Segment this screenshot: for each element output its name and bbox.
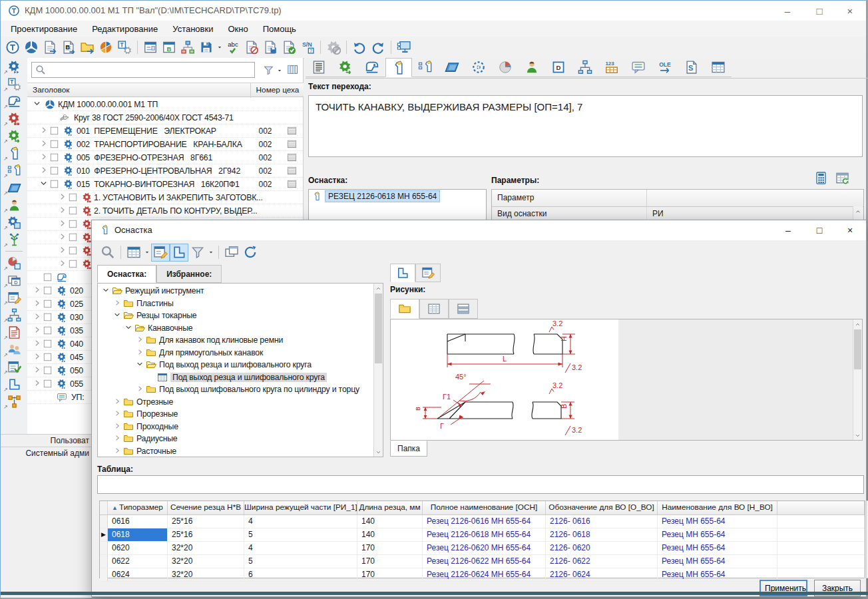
detail-tab-hierarchy[interactable] xyxy=(572,58,598,77)
row-checkbox[interactable] xyxy=(43,273,52,282)
row-checkbox[interactable] xyxy=(50,166,59,175)
dialog-maximize-button[interactable]: □ xyxy=(804,220,835,240)
scroll-up-icon[interactable] xyxy=(855,208,861,215)
chevron-right-icon[interactable] xyxy=(33,352,41,361)
table-filter-input[interactable] xyxy=(97,475,864,494)
t-logo-icon[interactable] xyxy=(3,39,22,56)
tree-row-3[interactable]: 002 ТРАНСПОРТИРОВАНИЕ КРАН-БАЛКА002 xyxy=(27,138,303,151)
refresh-icon[interactable] xyxy=(241,244,260,262)
detail-tab-machine[interactable] xyxy=(359,58,385,77)
picture-scrollbar[interactable] xyxy=(853,319,862,440)
catalog-row-11[interactable]: Проходные xyxy=(98,421,383,433)
tooling-item[interactable]: РЕЗЕЦ 2126-0618 МН 655-64 xyxy=(309,190,486,203)
chevron-right-icon[interactable] xyxy=(39,126,48,134)
chevron-right-icon[interactable] xyxy=(58,246,67,254)
detail-tab-person[interactable] xyxy=(519,58,545,77)
row-checkbox[interactable] xyxy=(69,193,77,202)
view-tab-form-edit[interactable] xyxy=(415,264,441,282)
sidebar-t-gear-icon[interactable]: ↗ xyxy=(1,75,27,93)
menu-item-2[interactable]: Установки xyxy=(165,24,220,34)
chevron-right-icon[interactable] xyxy=(58,219,67,228)
doc-check-icon[interactable] xyxy=(280,39,298,56)
detail-tab-num123[interactable]: 123 xyxy=(598,58,625,77)
catalog-row-0[interactable]: Режущий инструмент xyxy=(98,285,383,298)
table-column-1[interactable]: Сечение резца Н*В xyxy=(168,501,244,514)
chevron-right-icon[interactable] xyxy=(58,192,67,201)
chevron-right-icon[interactable] xyxy=(39,166,48,174)
sidebar-corner-icon[interactable]: ↗ xyxy=(1,375,27,393)
detail-tab-pie-chart[interactable] xyxy=(492,58,519,77)
row-checkbox[interactable] xyxy=(43,326,52,335)
sidebar-gear-green-icon[interactable]: ↗ xyxy=(1,127,27,144)
detail-tab-ole[interactable]: OLE xyxy=(652,58,678,77)
cascade-icon[interactable] xyxy=(222,244,241,262)
table-row-0616[interactable]: 061625*164140Резец 2126-0616 МН 655-6421… xyxy=(100,515,865,528)
chevron-right-icon[interactable] xyxy=(33,312,41,321)
catalog-row-6[interactable]: Под выход резца и шлифовального круга xyxy=(98,359,383,371)
table-column-3[interactable]: Длина резца, мм xyxy=(357,501,423,514)
row-checkbox[interactable] xyxy=(69,206,77,215)
detail-tab-tools-group[interactable] xyxy=(412,58,439,77)
chevron-right-icon[interactable] xyxy=(113,447,121,455)
transition-text-area[interactable]: ТОЧИТЬ КАНАВКУ, ВЫДЕРЖИВАЯ РАЗМЕРЫ [ОП=1… xyxy=(308,95,863,157)
chevron-right-icon[interactable] xyxy=(113,434,121,442)
table-row-0620[interactable]: 062032*204170Резец 2126-0620 МН 655-6421… xyxy=(100,542,865,555)
detail-tab-table-grid[interactable] xyxy=(705,58,732,77)
folder-tab[interactable]: Папка xyxy=(390,441,427,457)
chevron-down-icon[interactable] xyxy=(102,286,110,294)
sidebar-checklist-icon[interactable]: ↗ xyxy=(1,358,27,375)
chevron-right-icon[interactable] xyxy=(58,206,67,214)
tree-row-6[interactable]: 015 ТОКАРНО-ВИНТОРЕЗНАЯ 16К20ПФ1002 xyxy=(27,178,303,191)
row-checkbox[interactable] xyxy=(69,260,77,268)
calculator-icon[interactable] xyxy=(814,171,828,185)
columns-icon[interactable] xyxy=(287,64,298,75)
catalog-row-10[interactable]: Прорезные xyxy=(98,408,383,421)
catalog-row-1[interactable]: Пластины xyxy=(98,298,383,310)
detail-tab-gear-green[interactable] xyxy=(332,58,359,77)
operation-card-icon[interactable] xyxy=(287,139,297,149)
dialog-minimize-button[interactable]: – xyxy=(773,220,803,240)
row-checkbox[interactable] xyxy=(43,353,52,361)
table-row-0622[interactable]: 062232*205170Резец 2126-0622 МН 655-6421… xyxy=(100,555,865,568)
picture-tab-folder-closed[interactable] xyxy=(390,299,419,319)
pie-orange-icon[interactable] xyxy=(97,39,115,56)
tree-row-1[interactable]: Круг 38 ГОСТ 2590-2006/40Х ГОСТ 4543-71 xyxy=(27,111,303,124)
view-tab-corner[interactable] xyxy=(390,264,415,282)
menu-item-4[interactable]: Помощь xyxy=(256,24,304,34)
chevron-down-icon[interactable] xyxy=(124,323,132,331)
dialog-tab-0[interactable]: Оснастка: xyxy=(97,265,156,283)
column-header-shop[interactable]: Номер цеха xyxy=(250,83,304,98)
dropdown-caret-icon[interactable] xyxy=(207,244,215,261)
sidebar-antenna-icon[interactable]: ↗ xyxy=(1,231,27,248)
chevron-right-icon[interactable] xyxy=(136,385,144,393)
tree-row-8[interactable]: 2. ТОЧИТЬ ДЕТАЛЬ ПО КОНТУРУ, ВЫДЕР... xyxy=(27,204,303,218)
params-column-parameter[interactable]: Параметр xyxy=(492,190,647,206)
chevron-right-icon[interactable] xyxy=(113,422,121,430)
doc-floppy-icon[interactable] xyxy=(261,39,280,56)
menu-item-0[interactable]: Проектирование xyxy=(3,24,85,34)
chevron-down-icon[interactable] xyxy=(136,360,144,368)
sidebar-hierarchy-icon[interactable]: ↗ xyxy=(1,306,27,323)
t-gear-icon[interactable] xyxy=(115,39,134,56)
row-checkbox[interactable] xyxy=(50,126,59,135)
minimize-button[interactable]: – xyxy=(773,1,802,21)
tree-row-2[interactable]: 001 ПЕРЕМЕЩЕНИЕ ЭЛЕКТРОКАР002 xyxy=(27,124,303,138)
chevron-right-icon[interactable] xyxy=(136,335,144,343)
form-icon[interactable] xyxy=(141,39,160,56)
chevron-right-icon[interactable] xyxy=(33,286,41,294)
chevron-right-icon[interactable] xyxy=(136,348,144,356)
sidebar-tool-icon[interactable]: ↗ xyxy=(1,144,27,162)
dialog-close-button[interactable]: × xyxy=(835,220,865,240)
catalog-row-12[interactable]: Радиусные xyxy=(98,433,383,445)
sidebar-doc-red-icon[interactable]: ↗ xyxy=(1,323,27,341)
picture-tab-table-dark[interactable] xyxy=(449,299,478,319)
sidebar-machine-icon[interactable]: ↗ xyxy=(1,93,27,110)
row-checkbox[interactable] xyxy=(43,339,52,348)
sidebar-person-icon[interactable]: ↗ xyxy=(1,196,27,214)
chevron-right-icon[interactable] xyxy=(58,259,67,268)
operation-card-icon[interactable] xyxy=(287,166,297,176)
chevron-right-icon[interactable] xyxy=(33,339,41,347)
catalog-row-4[interactable]: Для канавок под клиновые ремни xyxy=(98,334,383,347)
chevron-down-icon[interactable] xyxy=(113,311,121,319)
row-checkbox[interactable] xyxy=(50,140,59,148)
